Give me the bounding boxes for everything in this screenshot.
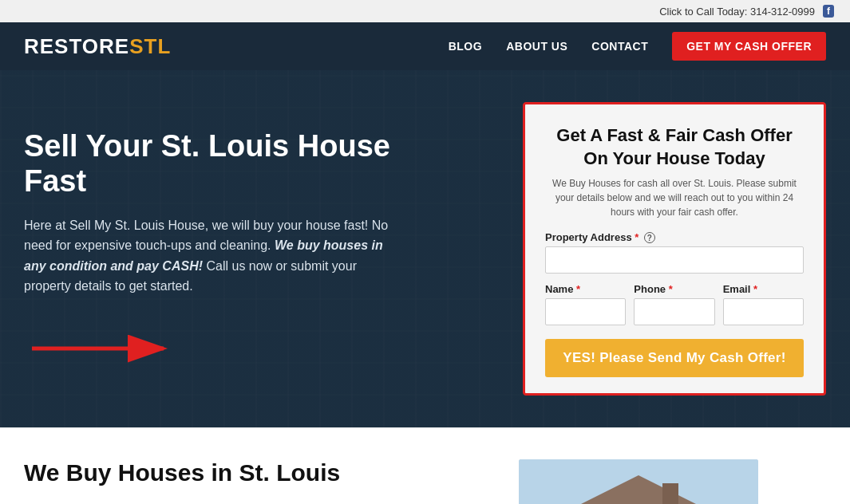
- header: RESTORESTL BLOG ABOUT US CONTACT GET MY …: [0, 22, 850, 70]
- info-icon[interactable]: ?: [644, 232, 655, 243]
- below-text-block: We Buy Houses in St. Louis Do you need t…: [24, 459, 487, 504]
- phone-required: *: [669, 283, 673, 295]
- nav: BLOG ABOUT US CONTACT GET MY CASH OFFER: [449, 32, 826, 61]
- name-label-text: Name: [545, 283, 573, 295]
- phone-label-text: Phone: [634, 283, 666, 295]
- arrow-container: [24, 321, 407, 368]
- address-label: Property Address * ?: [545, 231, 804, 243]
- nav-cta-button[interactable]: GET MY CASH OFFER: [672, 32, 826, 61]
- name-col: Name *: [545, 283, 626, 325]
- arrow-icon: [24, 321, 184, 368]
- hero-body: Here at Sell My St. Louis House, we will…: [24, 215, 407, 297]
- phone-input[interactable]: [634, 298, 714, 325]
- email-label-text: Email: [723, 283, 751, 295]
- address-group: Property Address * ?: [545, 231, 804, 274]
- nav-about[interactable]: ABOUT US: [506, 40, 567, 53]
- logo-restore: RESTORE: [24, 34, 129, 58]
- address-label-text: Property Address: [545, 231, 632, 243]
- phone-label: Phone *: [634, 283, 714, 295]
- submit-button[interactable]: YES! Please Send My Cash Offer!: [545, 339, 804, 377]
- name-required: *: [576, 283, 580, 295]
- email-input[interactable]: [723, 298, 804, 325]
- phone-text[interactable]: Click to Call Today: 314-312-0999: [659, 6, 815, 18]
- logo-stl: STL: [129, 34, 171, 58]
- email-col: Email *: [723, 283, 804, 325]
- hero-section: Sell Your St. Louis House Fast Here at S…: [0, 70, 850, 427]
- logo[interactable]: RESTORESTL: [24, 34, 171, 59]
- email-label: Email *: [723, 283, 804, 295]
- name-label: Name *: [545, 283, 626, 295]
- form-subtext: We Buy Houses for cash all over St. Loui…: [545, 176, 804, 219]
- form-card: Get A Fast & Fair Cash Offer On Your Hou…: [523, 102, 826, 396]
- top-bar: Click to Call Today: 314-312-0999 f: [0, 0, 850, 22]
- hero-text-block: Sell Your St. Louis House Fast Here at S…: [24, 129, 407, 368]
- hero-content: Sell Your St. Louis House Fast Here at S…: [24, 102, 826, 396]
- name-phone-email-row: Name * Phone * Email *: [545, 283, 804, 325]
- phone-col: Phone *: [634, 283, 714, 325]
- hero-headline: Sell Your St. Louis House Fast: [24, 129, 407, 199]
- address-required: *: [635, 231, 638, 243]
- house-image: [519, 459, 758, 504]
- nav-blog[interactable]: BLOG: [449, 40, 482, 53]
- facebook-icon[interactable]: f: [823, 5, 834, 18]
- name-input[interactable]: [545, 298, 626, 325]
- house-silhouette: [519, 459, 758, 504]
- below-headline: We Buy Houses in St. Louis: [24, 459, 487, 486]
- address-input[interactable]: [545, 246, 804, 274]
- email-required: *: [753, 283, 757, 295]
- below-body: Do you need to sell your house, but are …: [24, 498, 487, 504]
- form-headline: Get A Fast & Fair Cash Offer On Your Hou…: [545, 124, 804, 170]
- nav-contact[interactable]: CONTACT: [591, 40, 648, 53]
- svg-rect-6: [662, 483, 678, 504]
- below-fold-section: We Buy Houses in St. Louis Do you need t…: [0, 427, 850, 504]
